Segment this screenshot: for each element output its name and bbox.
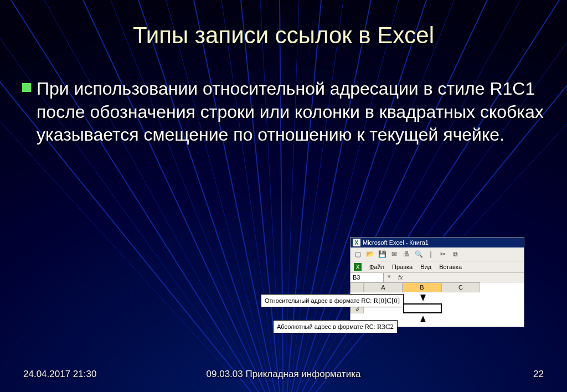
selected-cell xyxy=(403,303,442,313)
callout-absolute-value: R3C2 xyxy=(377,322,394,331)
col-header-c: C xyxy=(441,282,480,292)
slide-title: Типы записи ссылок в Excel xyxy=(0,22,567,49)
excel-logo-icon: X xyxy=(353,239,360,246)
arrow-down-icon xyxy=(420,295,426,301)
cut-icon: ✂ xyxy=(438,249,448,259)
excel-formula-bar: B3 ▾ fx xyxy=(350,273,524,282)
excel-titlebar: X Microsoft Excel - Книга1 xyxy=(350,238,524,247)
slide-footer: 24.04.2017 21:30 09.03.03 Прикладная инф… xyxy=(0,369,567,380)
excel-window-title: Microsoft Excel - Книга1 xyxy=(363,239,429,246)
sep-icon: | xyxy=(426,249,436,259)
save-icon: 💾 xyxy=(377,249,387,259)
mail-icon: ✉ xyxy=(389,249,399,259)
fx-label: fx xyxy=(395,273,406,282)
callout-relative-value: R[0]C[0] xyxy=(373,296,400,305)
excel-toolbar: ▢ 📂 💾 ✉ 🖶 🔍 | ✂ ⧉ xyxy=(350,247,524,261)
excel-namebox: B3 xyxy=(350,273,384,282)
bullet-text: При использовании относительной адресаци… xyxy=(37,78,545,147)
excel-screenshot: X Microsoft Excel - Книга1 ▢ 📂 💾 ✉ 🖶 🔍 |… xyxy=(350,237,524,327)
slide-body: При использовании относительной адресаци… xyxy=(22,78,545,147)
preview-icon: 🔍 xyxy=(414,249,424,259)
menu-file: Файл xyxy=(369,264,384,270)
callout-absolute: Абсолютный адрес в формате RC: R3C2 xyxy=(273,320,398,333)
callout-relative-label: Относительный адрес в формате RC: xyxy=(265,297,372,304)
copy-icon: ⧉ xyxy=(450,249,460,259)
menu-insert: Вставка xyxy=(439,264,462,270)
menu-edit: Правка xyxy=(392,264,413,270)
menu-view: Вид xyxy=(420,264,431,270)
excel-doc-icon: X xyxy=(354,263,362,271)
print-icon: 🖶 xyxy=(401,249,411,259)
col-header-b: B xyxy=(403,282,441,292)
col-header-a: A xyxy=(364,282,403,292)
callout-relative: Относительный адрес в формате RC: R[0]C[… xyxy=(261,294,404,307)
callout-absolute-label: Абсолютный адрес в формате RC: xyxy=(277,323,375,330)
open-icon: 📂 xyxy=(365,249,375,259)
new-icon: ▢ xyxy=(353,249,363,259)
arrow-up-icon xyxy=(420,316,426,322)
excel-menubar: X Файл Правка Вид Вставка xyxy=(350,261,524,273)
bullet-icon xyxy=(22,83,31,92)
footer-course: 09.03.03 Прикладная информатика xyxy=(0,369,567,380)
